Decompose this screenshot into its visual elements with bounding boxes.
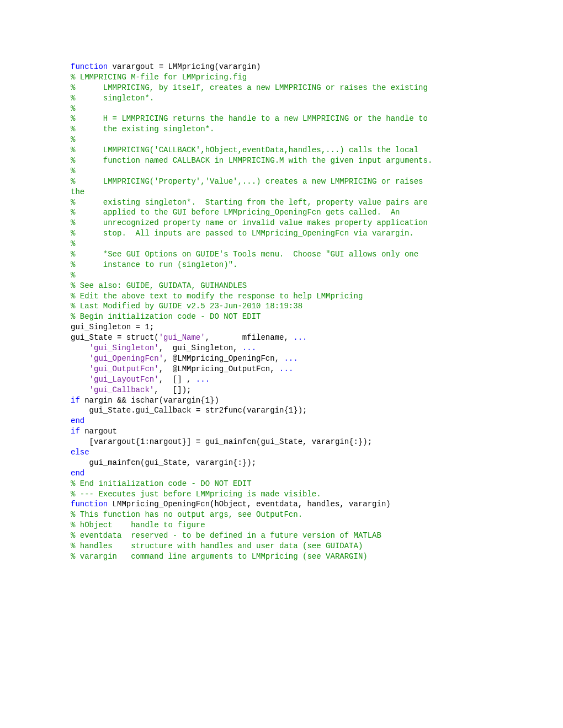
- code-token-blk: , mfilename,: [205, 333, 294, 342]
- code-token-com: the: [71, 188, 84, 196]
- code-line: %: [71, 270, 497, 281]
- code-token-kw: ...: [242, 344, 256, 352]
- code-line: end: [71, 468, 497, 479]
- code-token-blk: gui_State.gui_Callback = str2func(vararg…: [71, 406, 307, 415]
- code-token-kw: ...: [293, 333, 307, 342]
- code-token-kw: end: [71, 416, 84, 425]
- code-token-blk: , gui_Singleton,: [159, 344, 242, 352]
- code-token-blk: nargout: [80, 427, 117, 436]
- code-token-blk: LMMpricing_OpeningFcn(hObject, eventdata…: [108, 500, 390, 508]
- code-token-com: %: [71, 135, 75, 144]
- code-token-kw: if: [71, 396, 80, 405]
- code-line: % End initialization code - DO NOT EDIT: [71, 479, 497, 489]
- code-token-str: 'gui_OpeningFcn': [89, 354, 163, 363]
- code-line: 'gui_Singleton', gui_Singleton, ...: [71, 343, 497, 354]
- code-token-kw: end: [71, 469, 84, 478]
- code-line: 'gui_Callback', []);: [71, 385, 497, 395]
- code-token-blk: [71, 375, 89, 384]
- code-token-com: % hObject handle to figure: [71, 521, 205, 529]
- code-line: %: [71, 135, 497, 145]
- code-token-blk: , @LMMpricing_OpeningFcn,: [163, 354, 284, 363]
- code-line: % LMMPRICING('CALLBACK',hObject,eventDat…: [71, 145, 497, 156]
- code-token-blk: gui_Singleton = 1;: [71, 323, 154, 331]
- code-line: % existing singleton*. Starting from the…: [71, 197, 497, 208]
- code-line: % unrecognized property name or invalid …: [71, 218, 497, 228]
- code-line: % singleton*.: [71, 93, 497, 104]
- code-line: %: [71, 166, 497, 176]
- code-line: gui_State = struct('gui_Name', mfilename…: [71, 333, 497, 343]
- code-token-kw: ...: [279, 365, 293, 373]
- code-line: end: [71, 416, 497, 426]
- code-page: function varargout = LMMpricing(varargin…: [0, 0, 563, 728]
- code-token-blk: [71, 354, 89, 363]
- code-line: 'gui_OutputFcn', @LMMpricing_OutputFcn, …: [71, 364, 497, 374]
- code-line: function LMMpricing_OpeningFcn(hObject, …: [71, 499, 497, 510]
- code-token-com: % applied to the GUI before LMMpricing_O…: [71, 208, 400, 217]
- code-token-blk: , []);: [154, 386, 191, 394]
- code-line: the: [71, 187, 497, 197]
- code-token-com: % instance to run (singleton)".: [71, 260, 237, 269]
- code-token-blk: , @LMMpricing_OutputFcn,: [159, 365, 279, 373]
- code-line: % This function has no output args, see …: [71, 510, 497, 520]
- code-token-com: % Begin initialization code - DO NOT EDI…: [71, 312, 261, 321]
- code-line: % Last Modified by GUIDE v2.5 23-Jun-201…: [71, 301, 497, 312]
- code-token-blk: varargout = LMMpricing(varargin): [108, 62, 261, 71]
- code-token-com: % stop. All inputs are passed to LMMpric…: [71, 229, 414, 238]
- code-token-com: % LMMPRICING('CALLBACK',hObject,eventDat…: [71, 146, 418, 154]
- code-line: % --- Executes just before LMMpricing is…: [71, 489, 497, 500]
- code-line: % hObject handle to figure: [71, 520, 497, 531]
- code-token-com: % End initialization code - DO NOT EDIT: [71, 479, 252, 488]
- code-token-str: 'gui_Callback': [89, 386, 155, 394]
- code-line: % the existing singleton*.: [71, 124, 497, 135]
- code-line: % handles structure with handles and use…: [71, 541, 497, 552]
- code-line: gui_mainfcn(gui_State, varargin{:});: [71, 458, 497, 468]
- code-token-str: 'gui_Name': [159, 333, 205, 342]
- code-token-com: % handles structure with handles and use…: [71, 542, 363, 550]
- code-token-com: % eventdata reserved - to be defined in …: [71, 531, 381, 540]
- code-token-kw: if: [71, 427, 80, 436]
- code-line: function varargout = LMMpricing(varargin…: [71, 62, 497, 72]
- code-token-com: % LMMPRICING M-file for LMMpricing.fig: [71, 73, 247, 82]
- code-token-com: %: [71, 239, 75, 248]
- code-token-str: 'gui_Singleton': [89, 344, 159, 352]
- code-line: % H = LMMPRICING returns the handle to a…: [71, 114, 497, 124]
- code-token-com: % Last Modified by GUIDE v2.5 23-Jun-201…: [71, 302, 302, 311]
- code-line: % Edit the above text to modify the resp…: [71, 291, 497, 302]
- code-token-com: %: [71, 104, 75, 113]
- code-line: 'gui_OpeningFcn', @LMMpricing_OpeningFcn…: [71, 354, 497, 364]
- code-token-com: % *See GUI Options on GUIDE's Tools menu…: [71, 250, 418, 259]
- code-line: % stop. All inputs are passed to LMMpric…: [71, 228, 497, 239]
- code-line: % applied to the GUI before LMMpricing_O…: [71, 207, 497, 218]
- code-token-kw: function: [71, 62, 108, 71]
- code-token-str: 'gui_OutputFcn': [89, 365, 159, 373]
- code-token-com: % varargin command line arguments to LMM…: [71, 552, 368, 561]
- code-line: gui_Singleton = 1;: [71, 322, 497, 333]
- code-token-kw: ...: [284, 354, 298, 363]
- code-line: % instance to run (singleton)".: [71, 260, 497, 270]
- code-line: % varargin command line arguments to LMM…: [71, 552, 497, 562]
- code-token-com: %: [71, 167, 75, 175]
- code-token-com: % function named CALLBACK in LMMPRICING.…: [71, 156, 432, 165]
- code-line: % eventdata reserved - to be defined in …: [71, 531, 497, 541]
- code-token-kw: ...: [196, 375, 210, 384]
- code-token-com: % Edit the above text to modify the resp…: [71, 292, 363, 301]
- code-line: % LMMPRICING, by itself, creates a new L…: [71, 83, 497, 93]
- code-line: % Begin initialization code - DO NOT EDI…: [71, 312, 497, 322]
- code-line: % function named CALLBACK in LMMPRICING.…: [71, 156, 497, 166]
- code-token-kw: function: [71, 500, 108, 508]
- code-line: else: [71, 447, 497, 458]
- code-line: % LMMPRICING('Property','Value',...) cre…: [71, 176, 497, 187]
- code-token-com: % This function has no output args, see …: [71, 510, 302, 519]
- code-line: %: [71, 104, 497, 114]
- code-token-com: % --- Executes just before LMMpricing is…: [71, 490, 321, 499]
- code-line: %: [71, 239, 497, 249]
- code-line: % *See GUI Options on GUIDE's Tools menu…: [71, 249, 497, 260]
- code-token-com: % the existing singleton*.: [71, 125, 214, 133]
- code-line: gui_State.gui_Callback = str2func(vararg…: [71, 405, 497, 416]
- code-token-blk: gui_mainfcn(gui_State, varargin{:});: [71, 458, 256, 467]
- code-line: 'gui_LayoutFcn', [] , ...: [71, 374, 497, 385]
- code-token-blk: nargin && ischar(varargin{1}): [80, 396, 219, 405]
- code-token-com: % unrecognized property name or invalid …: [71, 218, 428, 227]
- code-token-com: % H = LMMPRICING returns the handle to a…: [71, 114, 428, 123]
- code-line: % See also: GUIDE, GUIDATA, GUIHANDLES: [71, 281, 497, 291]
